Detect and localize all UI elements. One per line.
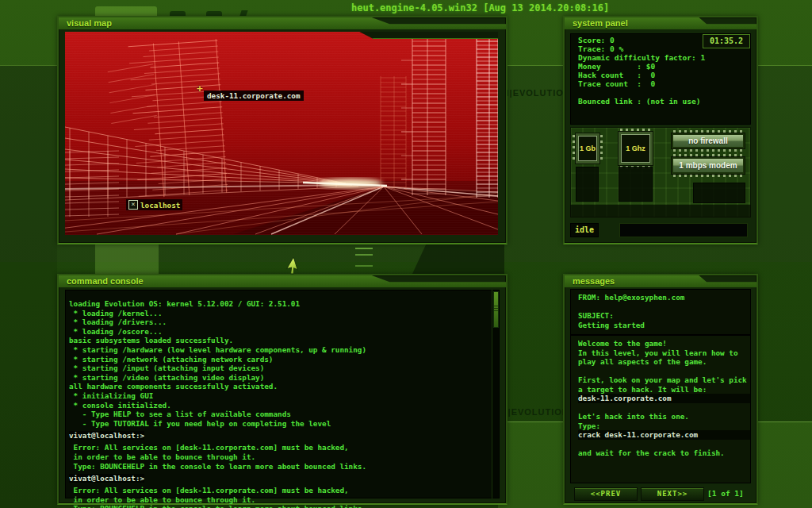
progress-bar: [619, 223, 748, 237]
bg-light-block: [95, 243, 159, 275]
console-line: * starting /hardware (low level hardware…: [69, 345, 500, 355]
system-panel-title: system panel: [573, 18, 628, 28]
message-page-indicator: [1 of 1]: [707, 489, 744, 498]
messages-title: messages: [573, 276, 615, 286]
console-line: basic subsystems loaded successfully.: [69, 336, 500, 345]
firewall-label: no firewall: [673, 135, 743, 147]
scrollbar-grip: [494, 306, 498, 312]
bg-tiny-lines: [355, 248, 373, 249]
message-line: [578, 367, 751, 376]
stat-line: Money : $0: [578, 62, 751, 71]
localhost-icon: ×: [128, 200, 138, 210]
message-line: Type:: [578, 421, 751, 431]
modem-badge: 1 mbps modem: [671, 156, 745, 175]
memory-chip-label: 1 Gb: [578, 136, 597, 161]
command-console-title: command console: [67, 276, 144, 286]
message-line: and wait for the crack to finish.: [578, 448, 751, 458]
console-line: Error: All services on [desk-11.corporat…: [69, 443, 500, 452]
console-line: vivat@localhost:>: [69, 474, 144, 483]
console-line: all hardware components successfully act…: [69, 382, 500, 391]
game-screen: ION|EVOLUTION ION|EVOLUTION heut.engine-…: [0, 0, 812, 508]
message-line: Let's hack into this one.: [578, 412, 751, 421]
console-line: * starting /network (attaching network c…: [69, 355, 500, 364]
cpu-chip-label: 1 Ghz: [621, 134, 650, 163]
console-body[interactable]: loading Evolution OS: kernel 5.12.002 / …: [65, 290, 500, 498]
target-node-marker: +: [197, 83, 203, 94]
console-line: * starting /input (attaching input devic…: [69, 364, 500, 373]
stat-line: Trace count : 0: [578, 79, 751, 88]
console-line: * loading /oscore...: [69, 327, 500, 337]
system-panel: system panel Score: 0Trace: 0 %Dynamic d…: [563, 16, 758, 244]
next-button[interactable]: NEXT>>: [641, 487, 704, 501]
engine-title: heut.engine-4.05.win32 [Aug 13 2014.20:0…: [351, 2, 609, 13]
console-line: Error: All services on [desk-11.corporat…: [69, 486, 500, 495]
message-line: SUBJECT:: [578, 311, 751, 321]
console-line: - Type HELP to see a list of available c…: [69, 410, 500, 419]
console-line: * starting /video (attaching video displ…: [69, 373, 500, 383]
map-corner-notch: [359, 32, 498, 39]
message-line: [578, 302, 751, 312]
console-line: Type: BOUNCEHELP in the console to learn…: [69, 504, 500, 508]
board-strip: [570, 205, 751, 217]
bg-left-strip: [0, 65, 57, 508]
stat-line: Dynamic difficulty factor: 1: [578, 53, 751, 62]
console-line: - Type TUTORIAL if you need help on comp…: [69, 419, 500, 429]
hardware-board: 1 Gb 1 Ghz no firewall 1 mbps modem: [570, 127, 751, 217]
message-line: desk-11.corporate.com: [578, 394, 751, 403]
system-stats-box: Score: 0Trace: 0 %Dynamic difficulty fac…: [570, 33, 751, 125]
memory-chip: 1 Gb: [576, 133, 599, 164]
console-line: vivat@localhost:>: [69, 431, 144, 441]
stat-line: [578, 88, 751, 97]
message-line: In this level, you will learn how to: [578, 348, 751, 358]
console-line: in order to be able to bounce through it…: [69, 452, 500, 462]
firewall-badge: no firewall: [671, 133, 745, 149]
message-line: Getting started: [578, 321, 751, 330]
console-line: Type: BOUNCEHELP in the console to learn…: [69, 462, 500, 471]
stat-line: Bounced link : (not in use): [578, 97, 751, 106]
timer-box: 01:35.2: [703, 34, 750, 48]
console-line: * loading /drivers...: [69, 318, 500, 327]
mouse-cursor: [285, 257, 306, 278]
message-line: a target to hack. It will be:: [578, 385, 751, 394]
message-line: [578, 403, 751, 413]
message-line: play all aspects of the game.: [578, 357, 751, 367]
visual-map-header: [59, 17, 506, 29]
console-line: * initializing GUI: [69, 391, 500, 401]
visual-map-panel: visual map + desk-11.corporate.com × loc…: [57, 16, 508, 244]
message-line: [578, 440, 751, 449]
map-node-target[interactable]: desk-11.corporate.com: [204, 90, 304, 101]
stat-line: Hack count : 0: [578, 71, 751, 79]
console-line: in order to be able to bounce through it…: [69, 495, 500, 505]
console-scrollbar-track[interactable]: [492, 290, 500, 498]
console-line: loading Evolution OS: kernel 5.12.002 / …: [69, 299, 500, 309]
console-line: * console initialized.: [69, 401, 500, 410]
status-box: idle: [570, 223, 599, 237]
modem-label: 1 mbps modem: [673, 159, 743, 172]
message-line: Welcome to the game!: [578, 339, 751, 348]
console-scrollbar-thumb[interactable]: [493, 291, 499, 328]
console-line: * loading /kernel...: [69, 309, 500, 318]
prev-button[interactable]: <<PREV: [574, 487, 638, 501]
cpu-chip: 1 Ghz: [619, 132, 653, 165]
empty-slot: [576, 167, 599, 202]
message-line: First, look on your map and let's pick: [578, 375, 751, 385]
message-body-box: Welcome to the game!In this level, you w…: [570, 335, 751, 483]
message-head-box: FROM: help@exosyphen.com SUBJECT:Getting…: [570, 289, 751, 335]
message-line: crack desk-11.corporate.com: [578, 430, 751, 440]
visual-map-title: visual map: [67, 18, 112, 28]
localhost-label: localhost: [140, 201, 180, 210]
command-console-panel: command console loading Evolution OS: ke…: [57, 274, 508, 505]
message-line: FROM: help@exosyphen.com: [578, 293, 751, 302]
empty-slot: [619, 167, 653, 202]
map-node-localhost[interactable]: × localhost: [126, 199, 182, 210]
messages-panel: messages FROM: help@exosyphen.com SUBJEC…: [563, 274, 758, 505]
visual-map-viewport[interactable]: + desk-11.corporate.com × localhost: [65, 32, 498, 235]
empty-slot: [693, 183, 745, 203]
